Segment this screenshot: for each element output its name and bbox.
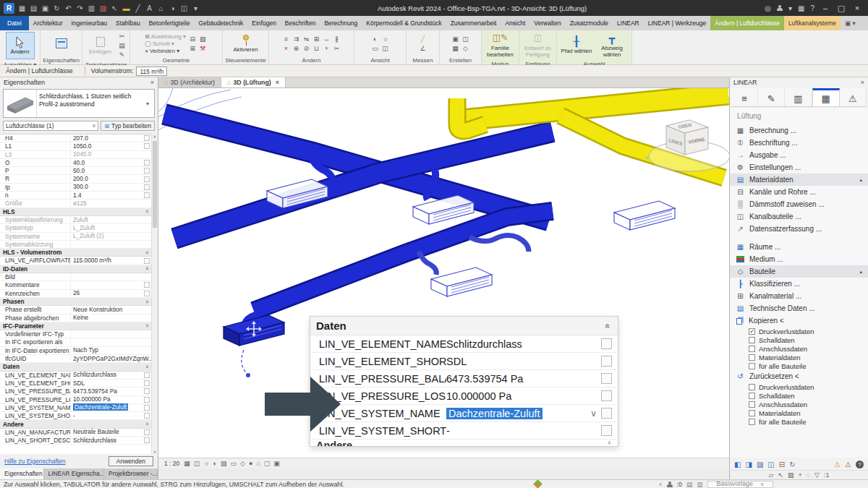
panel-caption-properties[interactable]: Eigenschaften [41,56,82,64]
section-header[interactable]: HLS« [0,208,151,216]
move-icon[interactable]: + [322,44,331,53]
minimize-icon[interactable]: – [820,4,830,12]
linear-item-medium[interactable]: Medium ... [730,253,868,265]
property-row[interactable]: Kennzeichen26 [0,290,151,298]
collapse-icon[interactable]: « [603,323,613,328]
property-row[interactable]: IfcGUID2yYDPPGaP2GxIMdYZqnW... [0,355,151,363]
associate-parameter-checkbox[interactable] [144,397,150,403]
property-row[interactable]: L31045.0 [0,151,151,159]
unpin-icon[interactable]: ⊘ [302,44,311,53]
associate-parameter-checkbox[interactable] [144,429,150,435]
linear-tab-library-icon[interactable]: ▥ [785,88,812,106]
property-row[interactable]: Bild [0,273,151,281]
checkbox-druckverlustdaten[interactable]: ✓Druckverlustdaten [730,327,868,335]
print-icon[interactable]: ▥ [88,4,95,12]
property-row[interactable]: In IFC exportieren als [0,338,151,346]
linear-item-technische-daten[interactable]: ▤Technische Daten ... [730,302,868,314]
tab-beschriften[interactable]: Beschriften [281,16,320,30]
checkbox-anschlussdaten[interactable]: Anschlussdaten [730,344,868,353]
tab-stahlbau[interactable]: Stahlbau [111,16,145,30]
palette-tab-1[interactable]: Eigenschaften [0,468,44,479]
property-row[interactable]: Kommentare [0,281,151,289]
reveal-icon[interactable]: ● [249,460,252,467]
checkbox-anschlussdaten[interactable]: Anschlussdaten [730,400,868,408]
help-icon[interactable]: ? [856,461,864,468]
edit-type-button[interactable]: ⊞ Typ bearbeiten [101,121,155,131]
design-option-select[interactable]: Basisvorlage∨ [707,481,774,488]
filter-icon[interactable]: ▽ [814,471,820,479]
associate-parameter-checkbox[interactable] [144,437,150,443]
associate-parameter-checkbox[interactable] [144,291,150,296]
property-row[interactable]: LIN_VE_ELEMENT_SHORTC...SDL [0,380,151,388]
property-row[interactable]: LIN_VE_PRESSURE_BALAN...6473.539754 Pa [0,388,151,395]
property-row[interactable]: R200.0 [0,175,151,183]
tab-architektur[interactable]: Architektur [29,16,67,30]
hide-part-icon[interactable]: ◫ [767,461,774,468]
associate-parameter-checkbox[interactable] [144,405,150,411]
system-name-value[interactable]: Dachzentrale-Zuluft [446,408,542,419]
create4-icon[interactable]: ◇ [461,44,470,53]
box-icon[interactable]: ▭ [370,44,380,53]
associate-parameter-checkbox[interactable] [144,380,150,386]
worksets-dropdown-icon[interactable]: ∨ [658,481,662,487]
linear-item-dämmstoff-zuweisen[interactable]: ▒Dämmstoff zuweisen ... [730,198,868,210]
associate-parameter-checkbox[interactable] [144,372,150,378]
render-icon[interactable]: ◑ [169,4,176,12]
linear-item-beschriftung[interactable]: ①Beschriftung ... [730,137,868,149]
view-scale[interactable]: 1 : 20 [164,460,179,467]
detail-level-icon[interactable]: ▦ [184,460,190,467]
dropdown-icon[interactable]: ▾ [788,4,792,12]
assign-icon[interactable]: ◧ [734,461,741,468]
linear-item-klassifizieren[interactable]: ┠Klassifizieren ... [730,278,868,290]
design-to-fabrication-button[interactable]: ◫ Entwurf zu Fertigung [522,32,553,59]
checkbox-schalldaten[interactable]: Schalldaten [730,335,868,344]
linear-item-materialdaten[interactable]: ▤Materialdaten▴ [730,174,868,186]
checkbox-schalldaten[interactable]: Schalldaten [730,391,868,400]
linear-item-räume[interactable]: ▦Räume ... [730,241,868,253]
linear-item-berechnung[interactable]: ▦Berechnung ... [730,124,868,137]
type-selector-dropdown-icon[interactable]: ▾ [146,90,154,117]
associate-parameter-checkbox[interactable] [144,388,150,394]
property-row[interactable]: LIN_VE_PRESSURE_LOSS10.000000 Pa [0,396,151,404]
property-row[interactable]: LIN_VE_AIRFLOWRATE115.0000 m³/h [0,257,151,265]
view-tab[interactable]: ⌂3D (Architektur) [158,77,221,87]
palette-tab-2[interactable]: LINEAR Eigenscha... [44,468,105,479]
properties-filter-select[interactable]: Luftdurchlässe (1)∨ [3,121,98,131]
angle-icon[interactable]: ∠ [418,44,427,53]
associate-parameter-checkbox[interactable] [601,356,612,367]
linear-item-bauteile[interactable]: ◇Bauteile▴ [730,265,868,278]
undo-icon[interactable]: ↶ [64,4,72,12]
checkbox-materialdaten[interactable]: Materialdaten [730,353,868,361]
checkbox-für-alle-bauteile[interactable]: für alle Bauteile [730,417,868,426]
tab-einfügen[interactable]: Einfügen [247,16,281,30]
mirror-icon[interactable]: ⇋ [302,35,311,43]
section-header[interactable]: Andere« [0,420,151,428]
tab-ansicht[interactable]: Ansicht [501,16,529,30]
collapse-icon[interactable]: ▴ [859,269,862,275]
wall-join-icon[interactable]: ⊞ [188,44,197,53]
linear-item-kopieren[interactable]: Kopieren < [730,314,868,327]
property-row[interactable]: Ip300.0 [0,184,151,192]
activate-button[interactable]: Aktivieren [229,33,263,53]
associate-parameter-checkbox[interactable] [144,135,150,141]
edit-part-icon[interactable]: ◨ [745,461,752,468]
linear-item-einstellungen[interactable]: ⚙Einstellungen ... [730,161,868,174]
crop-icon[interactable]: ▨ [221,460,227,467]
section-header[interactable]: Phasen« [0,298,151,306]
tab-körpermodell-grundstück[interactable]: Körpermodell & Grundstück [362,16,446,30]
property-row[interactable]: H4207.0 [0,134,151,142]
split-icon[interactable]: ∦ [332,35,341,43]
revit-logo[interactable]: R [4,3,14,14]
property-row[interactable]: Größeø125 [0,200,151,207]
hidden-line-icon[interactable]: ◐ [370,35,380,43]
worksharing-icon[interactable]: ⌂ [256,460,260,467]
array-icon[interactable]: ⊞ [312,35,321,43]
close-view-icon[interactable]: × [276,79,279,86]
create1-icon[interactable]: ▣ [451,35,460,43]
account-icon[interactable] [777,5,783,11]
property-row[interactable]: P50.0 [0,167,151,175]
selection-box-icon[interactable]: ▣ [273,460,280,467]
linear-tab-calculator-icon[interactable]: ▦ [812,88,840,106]
property-row[interactable]: L11050.0 [0,142,151,150]
property-row[interactable]: Systemabkürzung [0,241,151,249]
